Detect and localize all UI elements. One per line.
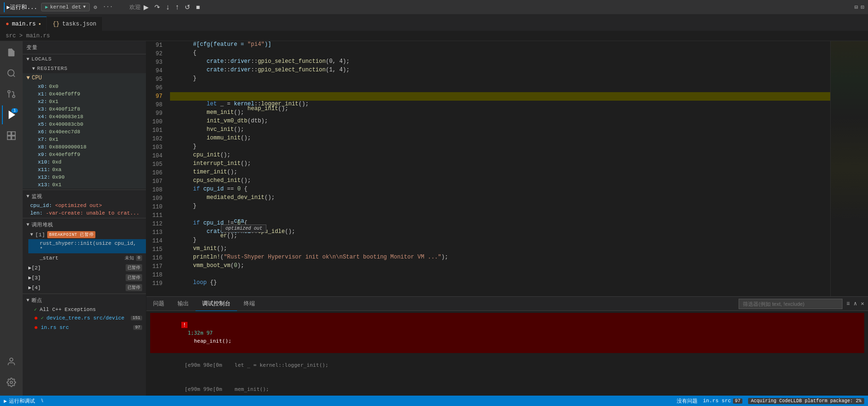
ln-115: 115	[146, 245, 166, 254]
status-file[interactable]: in.rs src 97	[703, 398, 742, 404]
terminal-line-3: [e90m 99e[0m mem_init();	[150, 377, 864, 396]
debug-step-over-button[interactable]: ↷	[153, 2, 161, 12]
callstack-frame-3[interactable]: ▶ [3] 已暂停	[23, 273, 146, 283]
kernel-debug-button[interactable]: ▶ kernel det ▼	[41, 3, 90, 11]
debug-step-into-button[interactable]: ↓	[165, 2, 170, 12]
breakpoint-device-tree[interactable]: ● ✓ device_tree.rs src/device 151	[23, 313, 146, 323]
status-debug-label: 运行和调试	[9, 397, 35, 405]
breakpoint-cpp-exceptions[interactable]: ✓ All C++ Exceptions	[23, 306, 146, 313]
register-x11[interactable]: x11: 0xa	[23, 166, 146, 173]
register-x5[interactable]: x5: 0x400083cb0	[23, 121, 146, 128]
debug-activity-item[interactable]: 1	[2, 105, 21, 124]
main-layout: 1 变量 ▼ Locals ▼ Registers	[0, 41, 868, 396]
watch-len[interactable]: len: -var-create: unable to crat...	[23, 209, 146, 217]
register-x13[interactable]: x13: 0x1	[23, 181, 146, 189]
breakpoints-chevron: ▼	[26, 298, 30, 303]
register-x4[interactable]: x4: 0x400083e18	[23, 113, 146, 121]
settings-activity-item[interactable]	[2, 373, 21, 392]
register-x1[interactable]: x1: 0x40ef0ff9	[23, 90, 146, 98]
sidebar-tree: ▼ Locals ▼ Registers ▼ CPU x0: 0x0	[23, 54, 146, 396]
watch-section[interactable]: ▼ 监视	[23, 191, 146, 202]
activity-bottom	[2, 352, 21, 396]
breakpoint-badge: BREAKPOINT 已暂停	[47, 231, 95, 238]
editor-content: 91 92 93 94 95 96 97 98 99 100 101 102 1…	[146, 41, 868, 296]
svg-line-1	[13, 75, 15, 77]
status-debug-item[interactable]: ▶ 运行和调试	[4, 397, 35, 405]
callstack-thread-1[interactable]: ▼ [1] BREAKPOINT 已暂停	[28, 230, 146, 239]
ln-113: 113	[146, 228, 166, 237]
code-line-114: }	[170, 237, 830, 245]
panel-expand-icon[interactable]: ∧	[854, 300, 857, 307]
code-line-111: cra optimized out er();	[170, 211, 830, 220]
code-line-93: crate::driver::gpio_select_function(0, 4…	[170, 58, 830, 67]
debug-continue-button[interactable]: ▶	[143, 2, 150, 12]
variables-section[interactable]: ▼ Locals	[23, 54, 146, 64]
extensions-activity-item[interactable]	[2, 126, 21, 145]
filter-input[interactable]	[739, 299, 842, 309]
search-activity-item[interactable]	[2, 64, 21, 83]
cpu-section: ▼ CPU x0: 0x0 x1: 0x40ef0ff9 x2: 0x1	[23, 73, 146, 189]
debug-stop-button[interactable]: ■	[195, 2, 201, 12]
accounts-activity-item[interactable]	[2, 352, 21, 371]
acquiring-label: Acquiring CodeLLDB platform package: 2%	[751, 398, 861, 404]
tab-debug-console[interactable]: 调试控制台	[196, 297, 237, 311]
code-editor[interactable]: 91 92 93 94 95 96 97 98 99 100 101 102 1…	[146, 41, 868, 296]
code-line-99: mem_init();	[170, 109, 830, 118]
debug-step-out-button[interactable]: ↑	[174, 2, 180, 12]
callstack-frame-2[interactable]: ▶ [2] 已暂停	[23, 263, 146, 273]
breakpoint-in-rs[interactable]: ● in.rs src 97	[23, 323, 146, 332]
ln-95: 95	[146, 75, 166, 84]
modified-dot: ●	[39, 22, 41, 26]
cpu-header[interactable]: ▼ CPU	[23, 73, 146, 83]
status-problems[interactable]: 没有问题	[677, 397, 698, 405]
register-x6[interactable]: x6: 0x40eec7d8	[23, 128, 146, 136]
register-x2[interactable]: x2: 0x1	[23, 98, 146, 105]
register-x12[interactable]: x12: 0x90	[23, 173, 146, 181]
git-activity-item[interactable]	[2, 85, 21, 104]
split-editor-icon[interactable]: ⊟	[855, 4, 858, 11]
svg-rect-8	[12, 136, 16, 140]
register-x0[interactable]: x0: 0x0	[23, 83, 146, 90]
register-x8[interactable]: x8: 0x8809000018	[23, 143, 146, 151]
panel-close-icon[interactable]: ✕	[861, 300, 864, 307]
tab-terminal[interactable]: 终端	[237, 297, 262, 311]
ln-97: 97	[146, 92, 166, 101]
expand-editor-icon[interactable]: ⊡	[861, 4, 864, 11]
code-line-91: #[cfg(feature = "pi4")]	[170, 41, 830, 50]
code-line-92: {	[170, 50, 830, 58]
callstack-item-init[interactable]: rust_shyper::init(usize cpu_id, *	[28, 239, 146, 253]
registers-section[interactable]: ▼ Registers	[23, 64, 146, 73]
tab-tasks-json[interactable]: {} tasks.json	[47, 17, 102, 31]
filter-list-icon[interactable]: ≡	[846, 301, 850, 307]
debug-activity-button[interactable]: ▶ 运行和...	[4, 2, 39, 12]
ln-92: 92	[146, 50, 166, 58]
code-line-100: init_vm0_dtb(dtb);	[170, 118, 830, 126]
bp-in-count: 97	[133, 325, 142, 330]
tab-output[interactable]: 输出	[171, 297, 196, 311]
ln-110: 110	[146, 203, 166, 211]
debug-badge: 1	[11, 108, 18, 113]
watch-cpu-id[interactable]: cpu_id: <optimized out>	[23, 202, 146, 209]
register-x10[interactable]: x10: 0xd	[23, 158, 146, 166]
tab-main-rs[interactable]: ● main.rs ●	[0, 17, 47, 31]
tab-problems[interactable]: 问题	[146, 297, 171, 311]
register-x7[interactable]: x7: 0x1	[23, 136, 146, 143]
callstack-item-start[interactable]: _start 未知 0	[28, 253, 146, 263]
callstack-frame-4[interactable]: ▶ [4] 已暂停	[23, 283, 146, 293]
breakpoints-section[interactable]: ▼ 断点	[23, 295, 146, 306]
terminal-line-1: ! 1;32m 97 heap_init();	[150, 313, 864, 353]
callstack-start-label: _start	[40, 255, 59, 261]
breadcrumb: src > main.rs	[0, 31, 868, 41]
register-x3[interactable]: x3: 0x400f12f8	[23, 105, 146, 113]
registers-chevron: ▼	[32, 66, 35, 71]
debug-restart-button[interactable]: ↺	[184, 2, 191, 12]
cpu-chevron: ▼	[26, 75, 30, 81]
gear-icon[interactable]: ⚙	[92, 3, 99, 12]
ln-94: 94	[146, 67, 166, 75]
more-icon[interactable]: ···	[101, 3, 115, 11]
explorer-activity-item[interactable]	[2, 43, 21, 62]
code-line-110: }	[170, 203, 830, 211]
status-branch-item[interactable]: ⑊	[41, 398, 44, 404]
callstack-section[interactable]: ▼ 调用堆栈	[23, 219, 146, 230]
register-x9[interactable]: x9: 0x40ef0ff9	[23, 151, 146, 158]
